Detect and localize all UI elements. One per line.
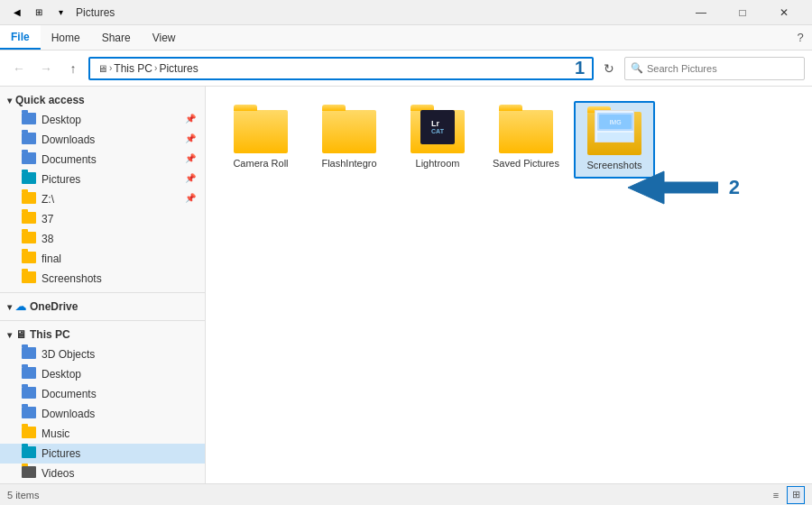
sidebar-item-zdrive[interactable]: Z:\ 📌: [0, 189, 205, 209]
minimize-button[interactable]: —: [680, 0, 722, 25]
sidebar-item-desktop[interactable]: Desktop 📌: [0, 110, 205, 130]
this-pc-icon: 🖥: [15, 328, 26, 341]
search-input[interactable]: [647, 63, 798, 74]
sidebar-divider-1: [0, 292, 205, 293]
music-icon: [22, 427, 36, 441]
folder-37-icon: [22, 212, 36, 226]
maximize-button[interactable]: □: [722, 0, 763, 25]
search-box[interactable]: 🔍: [624, 57, 805, 80]
view-details-button[interactable]: ≡: [767, 486, 785, 504]
up-button[interactable]: ↑: [61, 57, 85, 80]
flash-integro-label: FlashIntegro: [321, 157, 376, 170]
window-title: Pictures: [76, 6, 115, 19]
breadcrumb-this-pc[interactable]: This PC: [114, 62, 152, 75]
view-large-button[interactable]: ⊞: [787, 486, 805, 504]
sidebar-item-final[interactable]: final: [0, 249, 205, 269]
quick-access-label: Quick access: [15, 94, 85, 106]
saved-pictures-label: Saved Pictures: [493, 157, 559, 170]
folder-flash-integro[interactable]: FlashIntegro: [309, 101, 390, 179]
close-button[interactable]: ✕: [763, 0, 805, 25]
tab-share[interactable]: Share: [91, 25, 142, 50]
qa-properties-btn[interactable]: ⊞: [29, 3, 49, 23]
this-pc-chevron: ▾: [7, 330, 12, 340]
status-bar: 5 items ≡ ⊞: [0, 483, 812, 505]
sidebar-downloads-label: Downloads: [42, 133, 181, 146]
sidebar-item-desktop-pc[interactable]: Desktop: [0, 364, 205, 384]
tab-view[interactable]: View: [142, 25, 187, 50]
folder-camera-roll[interactable]: Camera Roll: [220, 101, 301, 179]
folder-saved-pictures[interactable]: Saved Pictures: [485, 101, 567, 179]
sidebar-item-screenshots-quick[interactable]: Screenshots: [0, 269, 205, 289]
sidebar-item-3d-objects[interactable]: 3D Objects: [0, 344, 205, 364]
sidebar-item-pictures-pc[interactable]: Pictures: [0, 444, 205, 464]
sidebar-divider-2: [0, 320, 205, 321]
pin-icon-pic: 📌: [185, 173, 198, 186]
svg-marker-5: [628, 171, 718, 204]
breadcrumb-icon: 🖥: [97, 63, 107, 74]
main-layout: ▾ Quick access Desktop 📌 Downloads 📌 Doc…: [0, 87, 812, 483]
downloads-folder-icon: [22, 133, 36, 147]
sidebar-desktop-label: Desktop: [42, 114, 181, 126]
sidebar-item-documents-pc[interactable]: Documents: [0, 384, 205, 404]
sidebar-music-label: Music: [42, 427, 198, 440]
lightroom-label: Lightroom: [416, 157, 460, 170]
saved-pictures-folder-icon: [499, 106, 553, 153]
arrow-annotation: 2: [619, 168, 740, 207]
view-toggle-buttons: ≡ ⊞: [767, 486, 805, 504]
annotation-1: 1: [575, 58, 585, 78]
tab-home[interactable]: Home: [41, 25, 91, 50]
tab-file[interactable]: File: [0, 25, 41, 50]
pin-icon-dl: 📌: [185, 133, 198, 146]
desktop-folder-icon: [22, 113, 36, 127]
quick-access-section[interactable]: ▾ Quick access: [0, 90, 205, 110]
address-path[interactable]: 🖥 › This PC › Pictures 1: [88, 57, 594, 80]
ribbon: File Home Share View ?: [0, 25, 812, 50]
folder-38-icon: [22, 232, 36, 246]
back-button[interactable]: ←: [7, 57, 31, 80]
camera-roll-label: Camera Roll: [233, 157, 288, 170]
sidebar-item-37[interactable]: 37: [0, 209, 205, 229]
lightroom-folder-icon: LrCAT: [411, 106, 465, 153]
breadcrumb-pictures[interactable]: Pictures: [159, 62, 198, 75]
forward-button[interactable]: →: [34, 57, 58, 80]
sidebar-3d-label: 3D Objects: [42, 348, 198, 361]
onedrive-icon: ☁: [15, 300, 26, 313]
window-controls: — □ ✕: [680, 0, 805, 25]
sidebar-item-music[interactable]: Music: [0, 424, 205, 444]
pictures-folder-icon: [22, 172, 36, 187]
sidebar-documents-pc-label: Documents: [42, 388, 198, 400]
flash-integro-folder-icon: [322, 106, 376, 153]
screenshots-folder-icon: IMG: [587, 108, 641, 155]
sidebar: ▾ Quick access Desktop 📌 Downloads 📌 Doc…: [0, 87, 206, 483]
refresh-button[interactable]: ↻: [597, 57, 621, 80]
sidebar-item-38[interactable]: 38: [0, 229, 205, 249]
sidebar-screenshots-quick-label: Screenshots: [42, 272, 198, 285]
help-button[interactable]: ?: [789, 25, 812, 49]
documents-folder-icon: [22, 152, 36, 167]
sidebar-38-label: 38: [42, 233, 198, 245]
pin-icon: 📌: [185, 114, 198, 126]
sidebar-item-videos[interactable]: Videos: [0, 464, 205, 483]
content-area: Camera Roll FlashIntegro LrCAT Lightroom: [206, 87, 812, 483]
arrow-svg: [619, 168, 718, 207]
sidebar-item-documents[interactable]: Documents 📌: [0, 150, 205, 170]
qa-dropdown-btn[interactable]: ▾: [51, 3, 70, 23]
sidebar-zdrive-label: Z:\: [42, 193, 181, 206]
sidebar-item-downloads-pc[interactable]: Downloads: [0, 404, 205, 424]
annotation-2: 2: [729, 176, 740, 199]
search-icon: 🔍: [631, 62, 643, 74]
folder-screenshots-quick-icon: [22, 271, 36, 286]
screenshots-thumbnail: IMG: [595, 111, 633, 142]
camera-roll-folder-icon: [234, 106, 288, 153]
sidebar-item-downloads[interactable]: Downloads 📌: [0, 130, 205, 150]
sidebar-pictures-pc-label: Pictures: [42, 447, 198, 460]
onedrive-label: OneDrive: [30, 300, 78, 313]
folder-lightroom[interactable]: LrCAT Lightroom: [397, 101, 478, 179]
qa-back-btn[interactable]: ◀: [7, 3, 27, 23]
sidebar-item-pictures[interactable]: Pictures 📌: [0, 170, 205, 189]
title-bar: ◀ ⊞ ▾ Pictures — □ ✕: [0, 0, 812, 25]
onedrive-section[interactable]: ▾ ☁ OneDrive: [0, 297, 205, 317]
this-pc-section[interactable]: ▾ 🖥 This PC: [0, 325, 205, 344]
pin-icon-z: 📌: [185, 193, 198, 206]
3d-objects-icon: [22, 347, 36, 362]
